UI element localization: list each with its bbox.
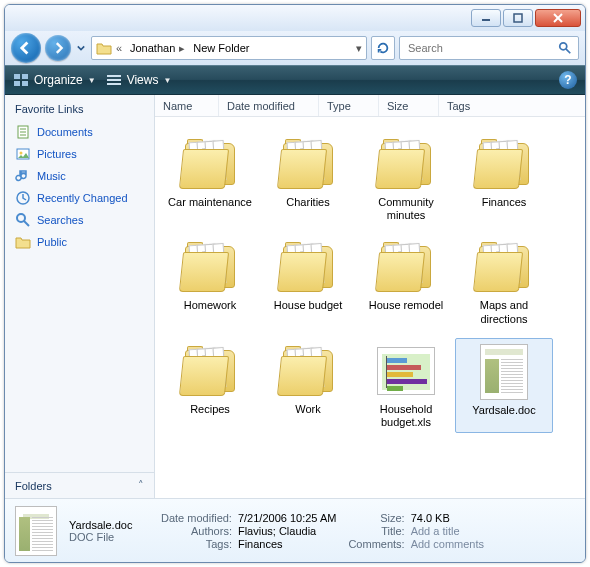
file-item[interactable]: Car maintenance (161, 131, 259, 226)
file-item[interactable]: Household budget.xls (357, 338, 455, 433)
back-button[interactable] (11, 33, 41, 63)
folder-icon (469, 238, 539, 296)
svg-rect-1 (514, 14, 522, 22)
forward-button[interactable] (45, 35, 71, 61)
file-item[interactable]: Recipes (161, 338, 259, 433)
col-date[interactable]: Date modified (219, 95, 319, 116)
sidebar-item-searches[interactable]: Searches (13, 209, 146, 231)
search-input[interactable] (406, 41, 552, 55)
file-item[interactable]: House remodel (357, 234, 455, 329)
titlebar (5, 5, 585, 31)
chevron-left-icon[interactable]: « (116, 42, 126, 54)
help-button[interactable]: ? (559, 71, 577, 89)
col-size[interactable]: Size (379, 95, 439, 116)
details-pane: Yardsale.doc DOC File Date modified: 7/2… (5, 498, 585, 562)
file-item-label: Household budget.xls (359, 403, 453, 429)
value-authors: Flavius; Claudia (238, 525, 336, 537)
value-tags: Finances (238, 538, 336, 550)
refresh-button[interactable] (371, 36, 395, 60)
views-button[interactable]: Views ▼ (106, 73, 172, 87)
chevron-up-icon: ˄ (138, 479, 144, 492)
folder-icon (175, 135, 245, 193)
file-item-label: Work (295, 403, 320, 416)
sidebar-item-label: Searches (37, 214, 83, 226)
body: Favorite Links DocumentsPicturesMusicRec… (5, 95, 585, 498)
sidebar-item-label: Recently Changed (37, 192, 128, 204)
file-item[interactable]: House budget (259, 234, 357, 329)
file-item[interactable]: Yardsale.doc (455, 338, 553, 433)
file-item[interactable]: Community minutes (357, 131, 455, 226)
col-tags[interactable]: Tags (439, 95, 585, 116)
file-item-label: House remodel (369, 299, 444, 312)
svg-line-5 (566, 49, 570, 53)
file-item-label: Recipes (190, 403, 230, 416)
svg-rect-10 (107, 75, 121, 77)
link-icon (15, 168, 31, 184)
value-date-modified: 7/21/2006 10:25 AM (238, 512, 336, 524)
command-bar: Organize ▼ Views ▼ ? (5, 65, 585, 95)
column-headers: Name Date modified Type Size Tags (155, 95, 585, 117)
svg-point-18 (20, 152, 23, 155)
sidebar-item-documents[interactable]: Documents (13, 121, 146, 143)
file-item[interactable]: Finances (455, 131, 553, 226)
details-kv-2: Size: 74.0 KB Title: Add a title Comment… (348, 512, 484, 550)
address-bar[interactable]: « Jonathan ▸ New Folder ▾ (91, 36, 367, 60)
file-grid[interactable]: Car maintenanceCharitiesCommunity minute… (155, 117, 585, 498)
sidebar-item-recently-changed[interactable]: Recently Changed (13, 187, 146, 209)
svg-rect-8 (14, 81, 20, 86)
label-size: Size: (348, 512, 404, 524)
label-authors: Authors: (161, 525, 232, 537)
file-item-label: Charities (286, 196, 329, 209)
file-item-label: Yardsale.doc (472, 404, 535, 417)
main: Name Date modified Type Size Tags Car ma… (155, 95, 585, 498)
address-dropdown[interactable]: ▾ (356, 42, 362, 55)
svg-rect-11 (107, 79, 121, 81)
breadcrumb-seg-1[interactable]: Jonathan (130, 42, 175, 54)
link-icon (15, 190, 31, 206)
search-box[interactable] (399, 36, 579, 60)
file-item-label: Finances (482, 196, 527, 209)
sidebar-item-pictures[interactable]: Pictures (13, 143, 146, 165)
close-button[interactable] (535, 9, 581, 27)
search-icon (558, 41, 572, 55)
svg-rect-7 (22, 74, 28, 79)
maximize-button[interactable] (503, 9, 533, 27)
chevron-down-icon: ▼ (88, 76, 96, 85)
chevron-right-icon: ▸ (179, 42, 189, 55)
organize-icon (13, 73, 29, 87)
folder-icon (175, 238, 245, 296)
label-tags: Tags: (161, 538, 232, 550)
details-thumbnail (15, 506, 57, 556)
sidebar-item-music[interactable]: Music (13, 165, 146, 187)
minimize-button[interactable] (471, 9, 501, 27)
organize-button[interactable]: Organize ▼ (13, 73, 96, 87)
link-icon (15, 212, 31, 228)
label-title: Title: (348, 525, 404, 537)
file-item-label: Homework (184, 299, 237, 312)
col-name[interactable]: Name (155, 95, 219, 116)
sidebar-item-label: Music (37, 170, 66, 182)
nav-recent-dropdown[interactable] (75, 44, 87, 52)
chevron-down-icon: ▼ (163, 76, 171, 85)
views-label: Views (127, 73, 159, 87)
sidebar-item-label: Pictures (37, 148, 77, 160)
breadcrumb-seg-2[interactable]: New Folder (193, 42, 249, 54)
file-item-label: Car maintenance (168, 196, 252, 209)
nav-row: « Jonathan ▸ New Folder ▾ (5, 31, 585, 65)
value-title[interactable]: Add a title (411, 525, 484, 537)
file-item[interactable]: Maps and directions (455, 234, 553, 329)
file-item[interactable]: Work (259, 338, 357, 433)
folder-icon (273, 238, 343, 296)
file-item[interactable]: Charities (259, 131, 357, 226)
label-comments: Comments: (348, 538, 404, 550)
details-filename: Yardsale.doc (69, 519, 149, 531)
file-item[interactable]: Homework (161, 234, 259, 329)
sidebar-item-public[interactable]: Public (13, 231, 146, 253)
svg-line-21 (24, 221, 29, 226)
svg-rect-9 (22, 81, 28, 86)
file-item-label: House budget (274, 299, 343, 312)
col-type[interactable]: Type (319, 95, 379, 116)
folder-icon (371, 135, 441, 193)
value-comments[interactable]: Add comments (411, 538, 484, 550)
folders-pane-header[interactable]: Folders ˄ (5, 472, 154, 498)
